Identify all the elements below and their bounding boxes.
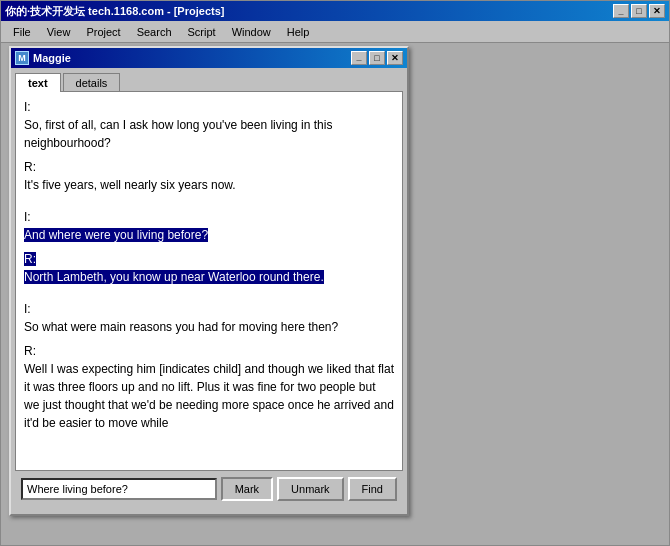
interviewer-text-2: And where were you living before? bbox=[24, 226, 394, 244]
find-button[interactable]: Find bbox=[348, 477, 397, 501]
respondent-label-1: R: bbox=[24, 158, 394, 176]
app-title: 你的·技术开发坛 tech.1168.com - [Projects] bbox=[5, 4, 224, 19]
interviewer-text-3: So what were main reasons you had for mo… bbox=[24, 318, 394, 336]
app-maximize-button[interactable]: □ bbox=[631, 4, 647, 18]
gap-2 bbox=[24, 292, 394, 300]
dialog-icon: M bbox=[15, 51, 29, 65]
dialog-titlebar: M Maggie _ □ ✕ bbox=[11, 48, 407, 68]
text-block-3: I: So what were main reasons you had for… bbox=[24, 300, 394, 336]
highlighted-respondent-label: R: bbox=[24, 252, 36, 266]
respondent-text-2: North Lambeth, you know up near Waterloo… bbox=[24, 268, 394, 286]
dialog-content[interactable]: I: So, first of all, can I ask how long … bbox=[15, 91, 403, 471]
unmark-button[interactable]: Unmark bbox=[277, 477, 344, 501]
dialog-maximize-button[interactable]: □ bbox=[369, 51, 385, 65]
text-block-2: I: And where were you living before? bbox=[24, 208, 394, 244]
text-block-2r: R: North Lambeth, you know up near Water… bbox=[24, 250, 394, 286]
highlighted-interviewer-text: And where were you living before? bbox=[24, 228, 208, 242]
text-block-3r: R: Well I was expecting him [indicates c… bbox=[24, 342, 394, 432]
menu-help[interactable]: Help bbox=[279, 24, 318, 40]
dialog-titlebar-controls: _ □ ✕ bbox=[351, 51, 403, 65]
mark-button[interactable]: Mark bbox=[221, 477, 273, 501]
dialog-title: Maggie bbox=[33, 52, 71, 64]
app-titlebar-controls: _ □ ✕ bbox=[613, 4, 665, 18]
dialog-close-button[interactable]: ✕ bbox=[387, 51, 403, 65]
menu-search[interactable]: Search bbox=[129, 24, 180, 40]
respondent-text-3: Well I was expecting him [indicates chil… bbox=[24, 360, 394, 432]
respondent-text-1: It's five years, well nearly six years n… bbox=[24, 176, 394, 194]
text-block-1r: R: It's five years, well nearly six year… bbox=[24, 158, 394, 194]
menu-view[interactable]: View bbox=[39, 24, 79, 40]
category-dropdown[interactable]: Where living before? bbox=[21, 478, 217, 500]
tab-details[interactable]: details bbox=[63, 73, 121, 92]
menu-script[interactable]: Script bbox=[180, 24, 224, 40]
dialog-minimize-button[interactable]: _ bbox=[351, 51, 367, 65]
dropdown-wrapper: Where living before? bbox=[21, 478, 217, 500]
interviewer-text-1: So, first of all, can I ask how long you… bbox=[24, 116, 394, 152]
dialog-titlebar-left: M Maggie bbox=[15, 51, 71, 65]
menu-window[interactable]: Window bbox=[224, 24, 279, 40]
dialog-toolbar: Where living before? Mark Unmark Find bbox=[15, 473, 403, 505]
highlighted-respondent-text-north: North Lambeth, you know up near Waterloo… bbox=[24, 270, 324, 284]
menu-project[interactable]: Project bbox=[78, 24, 128, 40]
dialog-window: M Maggie _ □ ✕ text details I: So, first… bbox=[9, 46, 409, 516]
menubar: File View Project Search Script Window H… bbox=[1, 21, 669, 43]
app-titlebar-left: 你的·技术开发坛 tech.1168.com - [Projects] bbox=[5, 4, 224, 19]
app-titlebar: 你的·技术开发坛 tech.1168.com - [Projects] _ □ … bbox=[1, 1, 669, 21]
app-window: 你的·技术开发坛 tech.1168.com - [Projects] _ □ … bbox=[0, 0, 670, 546]
app-close-button[interactable]: ✕ bbox=[649, 4, 665, 18]
respondent-label-2: R: bbox=[24, 250, 394, 268]
gap-1 bbox=[24, 200, 394, 208]
respondent-label-3: R: bbox=[24, 342, 394, 360]
interviewer-label-3: I: bbox=[24, 300, 394, 318]
dialog-tabs: text details bbox=[11, 68, 407, 91]
interviewer-label-2: I: bbox=[24, 208, 394, 226]
menu-file[interactable]: File bbox=[5, 24, 39, 40]
tab-text[interactable]: text bbox=[15, 73, 61, 92]
interviewer-label-1: I: bbox=[24, 98, 394, 116]
text-block-1: I: So, first of all, can I ask how long … bbox=[24, 98, 394, 152]
app-minimize-button[interactable]: _ bbox=[613, 4, 629, 18]
